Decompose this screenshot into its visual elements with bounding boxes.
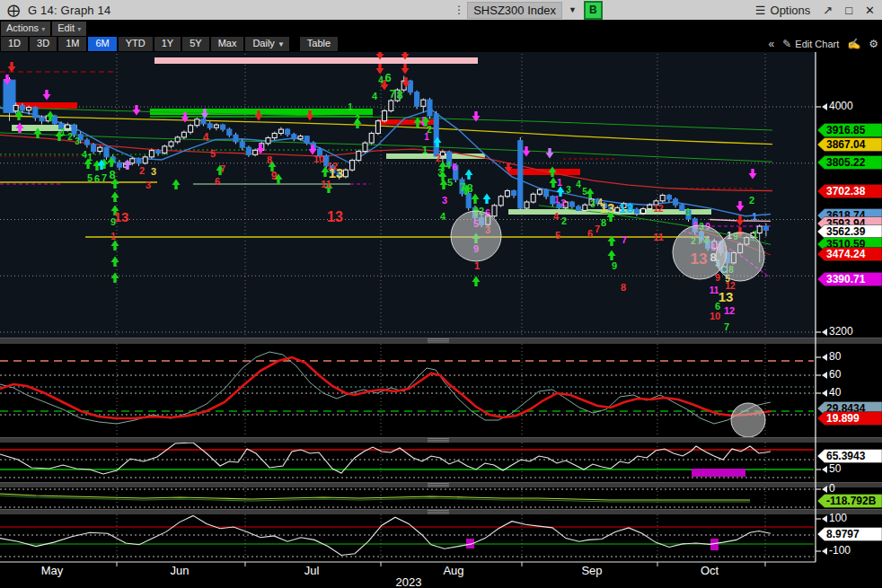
svg-text:2: 2 — [67, 132, 73, 142]
svg-text:3390.71: 3390.71 — [826, 273, 866, 285]
svg-text:80: 80 — [829, 350, 842, 363]
security-input[interactable]: SHSZ300 Index — [467, 2, 562, 19]
month-label: May — [41, 564, 64, 577]
svg-text:11: 11 — [653, 232, 664, 242]
window-titlebar: ⨁ G 14: Graph 14 ⋮ SHSZ300 Index ▼ B ☰Op… — [0, 0, 882, 21]
svg-text:3805.22: 3805.22 — [826, 156, 866, 169]
svg-text:1: 1 — [554, 195, 560, 205]
range-tab-1y[interactable]: 1Y — [154, 37, 181, 51]
svg-text:13: 13 — [114, 209, 129, 224]
menu-edit[interactable]: Edit ▾ — [52, 22, 86, 36]
range-tab-1d[interactable]: 1D — [1, 37, 28, 51]
range-tab-1m[interactable]: 1M — [58, 37, 86, 51]
svg-text:50: 50 — [829, 462, 842, 475]
svg-text:2: 2 — [427, 125, 432, 135]
svg-text:7: 7 — [220, 163, 225, 174]
svg-text:40: 40 — [829, 386, 842, 399]
close-button[interactable]: ✕ — [865, 4, 875, 17]
chart-toolbar: 1D3D1M6MYTD1Y5YMaxDaily ▼Table « ✎ Edit … — [0, 36, 882, 52]
svg-text:1: 1 — [422, 145, 428, 155]
gear-icon[interactable]: ⚙ — [869, 38, 878, 50]
svg-text:8: 8 — [267, 154, 272, 165]
menu-bar: Actions ▾Edit ▾ — [0, 21, 882, 36]
svg-text:2: 2 — [355, 114, 360, 124]
svg-text:4: 4 — [203, 131, 209, 144]
hamburger-icon: ☰ — [755, 4, 766, 17]
svg-text:3: 3 — [590, 199, 595, 209]
svg-text:2: 2 — [749, 195, 754, 206]
svg-text:4: 4 — [576, 180, 581, 189]
svg-text:3: 3 — [442, 195, 447, 206]
period-dropdown[interactable]: Daily ▼ — [245, 37, 288, 51]
range-tab-3d[interactable]: 3D — [30, 37, 57, 51]
svg-text:8: 8 — [109, 168, 115, 181]
svg-text:3: 3 — [75, 136, 80, 146]
svg-text:12: 12 — [724, 305, 735, 316]
chart-canvas[interactable]: 1234156789131233457689101112131312464781… — [0, 52, 882, 588]
svg-text:13: 13 — [600, 200, 615, 215]
source-badge[interactable]: B — [584, 1, 603, 20]
maximize-button[interactable]: □ — [845, 4, 852, 17]
range-tab-5y[interactable]: 5Y — [182, 37, 208, 51]
month-label: Sep — [581, 564, 602, 577]
svg-text:4: 4 — [378, 75, 384, 85]
svg-text:1: 1 — [474, 260, 480, 271]
security-dropdown-icon[interactable]: ▼ — [569, 5, 577, 14]
svg-text:8: 8 — [396, 88, 402, 101]
svg-text:-118.792B: -118.792B — [826, 495, 877, 507]
svg-text:1: 1 — [685, 207, 691, 217]
svg-text:10: 10 — [710, 311, 720, 321]
month-label: Jul — [304, 564, 320, 577]
svg-text:1: 1 — [752, 211, 757, 222]
svg-text:3474.24: 3474.24 — [826, 248, 866, 260]
svg-text:3: 3 — [151, 166, 156, 177]
svg-text:3: 3 — [437, 168, 443, 178]
month-label: Jun — [171, 564, 190, 577]
svg-text:13: 13 — [719, 289, 734, 304]
svg-text:1: 1 — [110, 232, 116, 241]
svg-text:6: 6 — [384, 71, 391, 84]
svg-text:-100: -100 — [829, 544, 851, 557]
note-edit-icon[interactable]: ✍ — [847, 38, 860, 50]
edit-chart-button[interactable]: ✎ Edit Chart — [782, 38, 839, 50]
move-icon[interactable]: ⨁ — [7, 3, 20, 17]
svg-text:8.9797: 8.9797 — [826, 528, 860, 540]
svg-text:4: 4 — [553, 211, 560, 222]
svg-text:7: 7 — [622, 234, 627, 245]
svg-text:6: 6 — [215, 176, 220, 187]
svg-text:3916.85: 3916.85 — [826, 124, 866, 136]
svg-text:3: 3 — [566, 185, 571, 195]
svg-text:5: 5 — [87, 172, 93, 183]
svg-text:7: 7 — [459, 180, 465, 194]
svg-text:1: 1 — [87, 153, 93, 162]
svg-text:3867.04: 3867.04 — [826, 138, 866, 151]
window-title: G 14: Graph 14 — [28, 4, 110, 17]
svg-text:3562.39: 3562.39 — [826, 225, 866, 238]
svg-text:2: 2 — [139, 165, 145, 176]
svg-text:5: 5 — [447, 177, 453, 188]
svg-text:2: 2 — [561, 215, 567, 226]
svg-text:13: 13 — [329, 165, 344, 180]
svg-text:4000: 4000 — [829, 100, 853, 112]
month-label: Aug — [443, 564, 463, 577]
svg-text:13: 13 — [619, 200, 634, 215]
range-tab-max[interactable]: Max — [211, 37, 244, 51]
svg-text:4: 4 — [445, 161, 451, 171]
options-button[interactable]: ☰Options — [755, 4, 810, 17]
svg-text:5: 5 — [582, 187, 587, 197]
highlight-zone — [692, 469, 745, 477]
range-tab-6m[interactable]: 6M — [88, 37, 116, 51]
svg-text:19.899: 19.899 — [826, 412, 860, 425]
svg-text:9: 9 — [271, 170, 278, 182]
menu-actions[interactable]: Actions ▾ — [1, 22, 50, 36]
popout-button[interactable]: ↗ — [823, 4, 833, 17]
svg-text:2: 2 — [560, 198, 566, 208]
svg-text:1: 1 — [60, 127, 66, 137]
month-label: Oct — [701, 564, 719, 577]
svg-text:0: 0 — [829, 482, 835, 495]
svg-text:4: 4 — [440, 211, 446, 222]
svg-text:7: 7 — [101, 172, 107, 183]
table-tab[interactable]: Table — [300, 37, 338, 51]
range-tab-ytd[interactable]: YTD — [119, 37, 153, 51]
collapse-panel-icon[interactable]: « — [769, 38, 775, 50]
